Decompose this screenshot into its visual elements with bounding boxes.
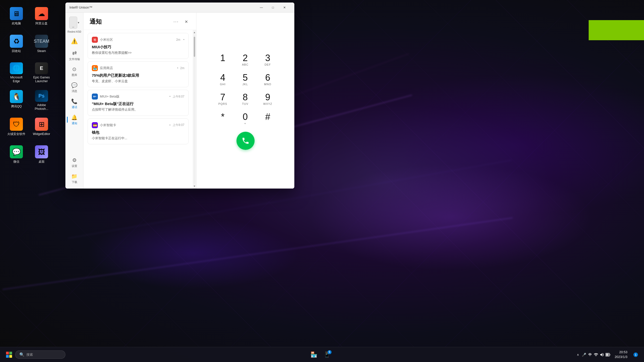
panel-close-button[interactable]: ✕ [182, 18, 190, 26]
notif-title-4: 钱包 [92, 130, 184, 135]
desktop-icon-epic[interactable]: E Epic Games Launcher [30, 60, 53, 85]
clock-date: 2023/1/3 [615, 355, 627, 359]
microphone-tray-icon[interactable]: 🎤 [581, 352, 586, 357]
notification-card-appstore[interactable]: 🏪 应用商店 • 2m 75%的用户已更新这3款应用 夸克、皮皮虾、小米云盘 [88, 61, 189, 87]
dialer-letters-9: WXYZ [263, 102, 272, 106]
notif-time-3: 上午8:07 [173, 95, 184, 99]
ps-icon: Ps [35, 90, 48, 102]
settings-icon: ⚙ [72, 157, 77, 163]
phone-icon [69, 17, 77, 29]
messages-label: 消息 [72, 89, 77, 93]
dialer-num-5: 5 [243, 73, 248, 82]
scroll-up-arrow[interactable]: ▲ [193, 31, 196, 34]
green-banner [589, 20, 644, 40]
search-bar[interactable]: 🔍 搜索 [15, 350, 65, 359]
sidebar-item-file-transfer[interactable]: ⇄ 文件传输 [67, 48, 82, 63]
dialer-key-1[interactable]: 1 [213, 51, 233, 69]
scrollbar[interactable]: ▲ ▼ [193, 30, 196, 189]
dialer-key-0[interactable]: 0 + [235, 110, 255, 128]
warning-item[interactable]: ⚠️ [67, 36, 82, 47]
phone-selector[interactable]: ▾ Redmi K50 [66, 15, 83, 35]
call-button[interactable] [236, 132, 255, 150]
dialer-key-4[interactable]: 4 GHI [213, 71, 233, 88]
dialer-num-1: 1 [220, 54, 225, 63]
minimize-button[interactable]: — [256, 4, 267, 12]
scroll-thumb [194, 37, 195, 57]
desktop-icon-desktop[interactable]: 🖼 桌面 [30, 143, 53, 168]
notif-title-2: 75%的用户已更新这3款应用 [92, 73, 184, 78]
notif-body-4: 小米智能卡正在运行中... [92, 136, 184, 141]
notifications-icon: 🔔 [71, 114, 77, 120]
taskbar-unison[interactable]: 📱 5 [321, 349, 333, 360]
maximize-button[interactable]: □ [267, 4, 279, 12]
volume-tray-icon[interactable] [599, 352, 605, 357]
close-button[interactable]: ✕ [279, 4, 290, 12]
desktop-icon-qq[interactable]: 🐧 腾讯QQ [5, 88, 28, 113]
notifications-list: 社 小米社区 2m • MIUI小技巧 教你设置红包与抢票提醒>> [84, 30, 193, 189]
notif-time-2: 2m [180, 66, 184, 70]
notif-title-1: MIUI小技巧 [92, 45, 184, 50]
phone-dropdown-arrow: ▾ [78, 21, 79, 24]
battery-tray-icon[interactable] [606, 352, 611, 357]
desktop-icon-pc[interactable]: 🖥 此电脑 [5, 5, 28, 30]
desktop-icon-wechat[interactable]: 💬 微信 [5, 143, 28, 168]
recycle-icon: ♻ [10, 35, 23, 48]
clock-time: 20:53 [615, 350, 627, 354]
qq-icon: 🐧 [10, 90, 23, 103]
notification-card-wallet[interactable]: 💳 小米智能卡 • 上午8:07 钱包 小米智能卡正在运行中... [88, 118, 189, 144]
notification-card-miuiplus[interactable]: M+ MIUI+ Beta版 • 上午8:07 "MIUI+ Beta版"正在运… [88, 90, 189, 116]
desktop-icon-widget[interactable]: ⊞ WidgetEditor [30, 116, 53, 141]
notification-panel: 通知 ··· ✕ [84, 13, 196, 189]
sidebar-item-notifications[interactable]: 🔔 通知 [67, 112, 82, 127]
notif-app-letter-4: 💳 [93, 123, 97, 127]
scroll-down-arrow[interactable]: ▼ [193, 185, 196, 188]
desktop-icon-aliyun[interactable]: ☁ 阿里云盘 [30, 5, 53, 30]
taskbar-microsoft-store[interactable]: 🏪 [308, 349, 319, 360]
dialer-key-3[interactable]: 3 DEF [258, 51, 278, 69]
sidebar-item-gallery[interactable]: ⊙ 图库 [67, 64, 82, 79]
svg-rect-1 [610, 354, 610, 355]
notif-body-3: 点按即可了解详情或停止应用。 [92, 107, 184, 112]
warning-icon: ⚠️ [71, 38, 78, 44]
sidebar-item-settings[interactable]: ⚙ 设置 [67, 155, 82, 170]
app-title: Intel® Unison™ [69, 6, 253, 9]
desktop-icon-edge[interactable]: 🌐 Microsoft Edge [5, 60, 28, 85]
sidebar-item-downloads[interactable]: 📁 下载 [67, 171, 82, 186]
dialer-key-star[interactable]: * [213, 110, 233, 128]
dialer-key-5[interactable]: 5 JKL [235, 71, 255, 88]
language-tray-icon[interactable]: 中 [587, 352, 592, 357]
windows-logo-blue [6, 355, 9, 358]
panel-actions: ··· ✕ [172, 18, 190, 26]
dialer-key-7[interactable]: 7 PQRS [213, 90, 233, 108]
dialer-key-2[interactable]: 2 ABC [235, 51, 255, 69]
dialer-key-9[interactable]: 9 WXYZ [258, 90, 278, 108]
desktop-icon-recycle[interactable]: ♻ 回收站 [5, 33, 28, 58]
dialer-key-8[interactable]: 8 TUV [235, 90, 255, 108]
notification-card-miui-tips[interactable]: 社 小米社区 2m • MIUI小技巧 教你设置红包与抢票提醒>> [88, 33, 189, 59]
notification-center-button[interactable]: 1 [631, 351, 640, 358]
sidebar-item-messages[interactable]: 💬 消息 [67, 80, 82, 95]
wechat-icon: 💬 [10, 145, 23, 158]
start-button[interactable] [4, 350, 14, 360]
notif-time-1: 2m [176, 38, 180, 41]
ps-label: Adobe Photosh... [32, 103, 51, 111]
dialer-letters-8: TUV [242, 102, 248, 106]
search-icon: 🔍 [19, 352, 24, 357]
more-options-button[interactable]: ··· [172, 18, 180, 26]
dialer-num-8: 8 [243, 93, 248, 102]
widget-icon: ⊞ [35, 118, 48, 131]
notif-app-name-4: 小米智能卡 [100, 123, 167, 127]
desktop-icon-fire[interactable]: 🛡 火绒安全软件 [5, 116, 28, 141]
dialer-key-hash[interactable]: # [258, 110, 278, 128]
clock[interactable]: 20:53 2023/1/3 [613, 349, 629, 360]
dialer-key-6[interactable]: 6 MNO [258, 71, 278, 88]
desktop-icon-steam[interactable]: STEAM Steam [30, 33, 53, 58]
calls-label: 通话 [72, 105, 77, 109]
desktop-icon: 🖼 [35, 145, 48, 158]
wifi-tray-icon[interactable] [593, 352, 598, 357]
dialer-num-hash: # [265, 112, 270, 121]
more-options-icon: ··· [173, 19, 179, 24]
sidebar-item-calls[interactable]: 📞 通话 [67, 96, 82, 111]
show-hidden-tray-button[interactable]: ∧ [575, 352, 580, 357]
desktop-icon-ps[interactable]: Ps Adobe Photosh... [30, 88, 53, 113]
